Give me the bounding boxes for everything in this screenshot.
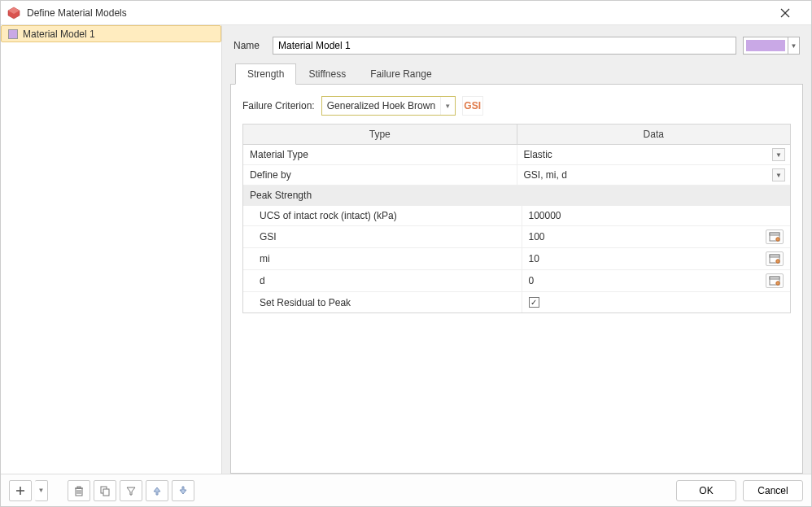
table-row: UCS of intact rock (intact) (kPa)100000: [243, 206, 790, 226]
filter-button[interactable]: [120, 480, 142, 501]
title-bar: Define Material Models: [1, 1, 811, 25]
grid-cell-type: GSI: [243, 226, 522, 247]
material-color-dropdown[interactable]: ▼: [788, 37, 800, 55]
window-title: Define Material Models: [27, 7, 780, 19]
grid-cell-type: mi: [243, 248, 522, 269]
copy-button[interactable]: [94, 480, 116, 501]
grid-cell-type: d: [243, 270, 522, 291]
close-icon[interactable]: [780, 8, 805, 18]
svg-marker-25: [180, 487, 186, 494]
svg-rect-8: [770, 255, 779, 257]
failure-criterion-select[interactable]: Generalized Hoek Brown ▼: [321, 96, 456, 116]
table-row: Peak Strength: [243, 186, 790, 206]
svg-rect-22: [103, 489, 109, 496]
table-row: Set Residual to Peak✓: [243, 292, 790, 313]
set-residual-checkbox[interactable]: ✓: [529, 297, 539, 308]
grid-cell-data: [517, 186, 791, 205]
svg-rect-20: [77, 487, 81, 488]
material-swatch-icon: [8, 29, 18, 39]
grid-header-data: Data: [517, 125, 791, 144]
sidebar-item-label: Material Model 1: [23, 28, 95, 40]
move-down-button[interactable]: [172, 480, 194, 501]
add-button[interactable]: [9, 480, 32, 501]
svg-marker-23: [127, 487, 135, 495]
grid-cell-data[interactable]: 0: [522, 270, 791, 291]
table-row: d0: [243, 270, 790, 292]
svg-point-9: [776, 260, 779, 263]
grid-cell-type: Set Residual to Peak: [243, 292, 522, 313]
tab-failure-range[interactable]: Failure Range: [358, 63, 443, 84]
sidebar: Material Model 1: [1, 25, 222, 474]
grid-header: Type Data: [243, 125, 790, 145]
grid-cell-data[interactable]: 100000: [522, 206, 791, 225]
gsi-badge-label: GSI: [464, 100, 481, 111]
svg-rect-11: [770, 277, 779, 279]
estimator-button[interactable]: [766, 251, 784, 266]
table-row: mi10: [243, 248, 790, 270]
main-panel: Name ▼ Strength Stiffness Failure Range: [222, 25, 811, 474]
gsi-tool-button[interactable]: GSI: [462, 96, 483, 116]
tab-strip: Strength Stiffness Failure Range: [230, 63, 803, 84]
chevron-down-icon: ▼: [440, 97, 455, 115]
grid-cell-data[interactable]: 100: [522, 226, 791, 247]
grid-cell-data[interactable]: Elastic▼: [517, 145, 791, 164]
table-row: GSI100: [243, 226, 790, 248]
footer-bar: ▼ OK Cancel: [1, 474, 811, 506]
tab-stiffness[interactable]: Stiffness: [296, 63, 358, 84]
chevron-down-icon[interactable]: ▼: [772, 168, 785, 181]
tab-panel-strength: Failure Criterion: Generalized Hoek Brow…: [230, 84, 803, 474]
grid-cell-type: Material Type: [243, 145, 517, 164]
delete-button[interactable]: [68, 480, 90, 501]
material-name-input[interactable]: [273, 37, 736, 55]
name-row: Name ▼: [234, 37, 800, 55]
ok-button[interactable]: OK: [676, 480, 736, 501]
material-color-swatch[interactable]: [743, 37, 788, 55]
grid-cell-data[interactable]: 10: [522, 248, 791, 269]
grid-cell-data[interactable]: GSI, mi, d▼: [517, 165, 791, 185]
estimator-button[interactable]: [766, 229, 784, 244]
move-up-button[interactable]: [146, 480, 168, 501]
grid-cell-type: Define by: [243, 165, 517, 185]
material-color-picker[interactable]: ▼: [743, 37, 800, 55]
grid-cell-type: UCS of intact rock (intact) (kPa): [243, 206, 522, 225]
grid-cell-data[interactable]: ✓: [522, 292, 791, 313]
sidebar-item-material-model[interactable]: Material Model 1: [1, 25, 221, 42]
properties-grid: Type Data Material TypeElastic▼Define by…: [242, 124, 791, 313]
svg-point-6: [776, 238, 779, 241]
cancel-button[interactable]: Cancel: [743, 480, 803, 501]
tab-strength[interactable]: Strength: [235, 63, 296, 85]
app-icon: [7, 7, 20, 20]
failure-criterion-value: Generalized Hoek Brown: [327, 100, 435, 111]
material-color-icon: [746, 40, 785, 51]
failure-criterion-label: Failure Criterion:: [242, 100, 315, 111]
svg-rect-5: [770, 233, 779, 235]
chevron-down-icon[interactable]: ▼: [772, 148, 785, 161]
grid-header-type: Type: [243, 125, 517, 144]
svg-marker-24: [154, 487, 160, 495]
table-row: Material TypeElastic▼: [243, 145, 790, 165]
grid-cell-type: Peak Strength: [243, 186, 517, 205]
svg-point-12: [776, 282, 779, 285]
table-row: Define byGSI, mi, d▼: [243, 165, 790, 186]
failure-criterion-row: Failure Criterion: Generalized Hoek Brow…: [242, 96, 791, 116]
name-label: Name: [234, 40, 266, 51]
estimator-button[interactable]: [766, 273, 784, 288]
add-dropdown[interactable]: ▼: [35, 480, 48, 501]
model-list[interactable]: Material Model 1: [1, 25, 221, 474]
